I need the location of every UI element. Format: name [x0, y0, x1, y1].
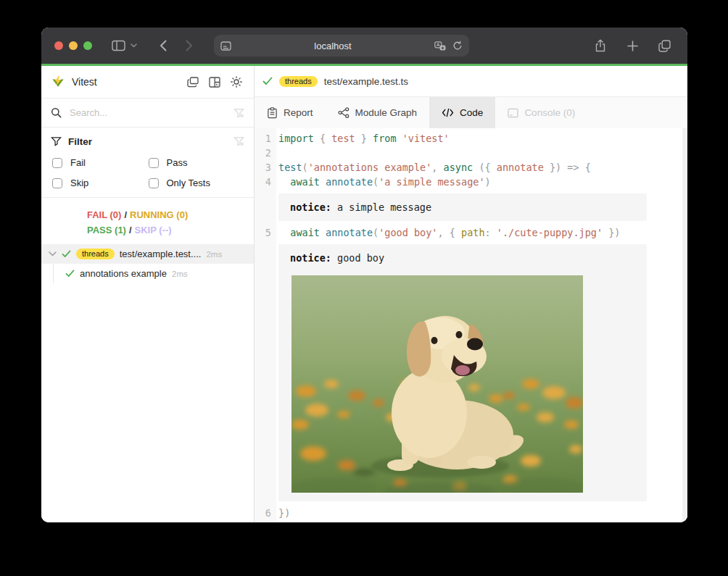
main-panel: threads test/example.test.ts ReportModul… — [255, 66, 687, 522]
code-text: import { test } from 'vitest' — [276, 131, 450, 146]
app-title: Vitest — [72, 76, 97, 88]
theme-toggle-sun-icon[interactable] — [228, 74, 244, 90]
count-fail: FAIL (0) — [87, 209, 121, 220]
minimize-window-button[interactable] — [69, 41, 78, 50]
code-line: 2 — [255, 146, 687, 160]
traffic-lights — [54, 41, 92, 50]
code-text: test('annotations example', async ({ ann… — [276, 160, 591, 175]
check-icon — [262, 77, 273, 85]
sidebar-toggle-icon[interactable] — [108, 36, 128, 55]
chevron-down-icon[interactable] — [128, 36, 138, 55]
filter-label-pass: Pass — [167, 157, 188, 168]
tab-report[interactable]: Report — [255, 97, 326, 128]
annotation-notice: notice: a simple message — [278, 193, 647, 221]
tab-label: Console (0) — [524, 107, 575, 118]
close-window-button[interactable] — [54, 41, 63, 50]
count-pass: PASS (1) — [87, 225, 126, 235]
search-input[interactable] — [68, 107, 227, 119]
test-name: test/example.test.... — [120, 249, 202, 259]
code-text: await annotate('good boy', { path: './cu… — [276, 225, 621, 240]
reload-icon[interactable] — [452, 41, 463, 51]
count-separator: / — [121, 209, 130, 220]
annotation-message: good boy — [331, 252, 384, 264]
test-tree: threadstest/example.test....2msannotatio… — [41, 244, 254, 522]
file-name: test/example.test.ts — [324, 76, 408, 87]
count-separator: / — [126, 225, 135, 235]
collapse-windows-icon[interactable] — [185, 74, 201, 90]
code-line: 1import { test } from 'vitest' — [255, 131, 687, 146]
line-number: 7 — [255, 520, 276, 522]
url-text: localhost — [231, 41, 434, 51]
filter-label-skip: Skip — [70, 178, 88, 188]
tab-label: Code — [460, 107, 483, 118]
filter-checkbox-only-tests[interactable] — [149, 178, 159, 188]
browser-titlebar: localhost — [41, 28, 687, 64]
pool-badge: threads — [279, 76, 318, 87]
filter-option-pass[interactable]: Pass — [149, 156, 245, 169]
code-line: 7 — [255, 520, 687, 522]
forward-button[interactable] — [179, 36, 199, 55]
line-number: 4 — [255, 175, 276, 189]
console-icon — [508, 108, 518, 118]
tab-overview-icon[interactable] — [654, 36, 674, 55]
tree-guide-line — [53, 264, 54, 283]
dashboard-icon[interactable] — [207, 74, 223, 90]
clear-filters-icon[interactable] — [233, 136, 244, 146]
filter-label-fail: Fail — [70, 157, 86, 168]
pool-badge: threads — [76, 249, 115, 259]
translate-icon[interactable] — [434, 41, 446, 51]
code-icon — [442, 108, 454, 117]
vitest-logo-icon — [51, 75, 65, 89]
browser-window: localhost — [41, 28, 687, 522]
tab-module-graph[interactable]: Module Graph — [326, 97, 430, 128]
test-pass-check-icon — [62, 250, 71, 258]
annotation-notice: notice: good boy — [278, 244, 647, 501]
sidebar: Vitest — [41, 66, 255, 522]
new-tab-icon[interactable] — [622, 36, 642, 55]
tab-label: Module Graph — [355, 107, 418, 118]
code-text — [276, 146, 278, 160]
filter-checkbox-fail[interactable] — [52, 158, 62, 168]
test-duration: 2ms — [172, 270, 188, 278]
code-text: }) — [276, 506, 290, 520]
test-file-row[interactable]: threadstest/example.test....2ms — [41, 244, 254, 264]
line-number: 1 — [255, 131, 276, 146]
filter-option-skip[interactable]: Skip — [52, 177, 149, 189]
website-settings-icon[interactable] — [220, 41, 231, 51]
test-pass-check-icon — [65, 270, 75, 277]
line-number: 3 — [255, 160, 276, 175]
filter-option-fail[interactable]: Fail — [52, 156, 149, 169]
clear-search-filter-icon[interactable] — [233, 108, 244, 118]
filter-checkbox-pass[interactable] — [149, 158, 159, 168]
annotation-message: a simple message — [331, 201, 431, 213]
back-button[interactable] — [153, 36, 173, 55]
scrollbar[interactable] — [682, 128, 687, 522]
share-icon[interactable] — [590, 36, 611, 55]
cute-puppy-image — [291, 275, 583, 493]
report-icon — [267, 107, 278, 119]
zoom-window-button[interactable] — [83, 41, 92, 50]
tab-console-0[interactable]: Console (0) — [495, 97, 587, 128]
line-number: 5 — [255, 225, 276, 240]
tab-code[interactable]: Code — [429, 97, 495, 128]
line-number: 2 — [255, 146, 276, 160]
address-bar[interactable]: localhost — [214, 35, 469, 57]
code-line: 6}) — [255, 506, 687, 520]
filter-checkbox-skip[interactable] — [52, 178, 62, 188]
filter-label-only-tests: Only Tests — [167, 178, 210, 188]
count-skip: SKIP (--) — [135, 225, 172, 235]
tab-label: Report — [284, 107, 313, 118]
test-name: annotations example — [80, 268, 167, 279]
code-text — [276, 520, 278, 522]
module-graph-icon — [338, 107, 349, 118]
filter-option-only-tests[interactable]: Only Tests — [149, 177, 245, 189]
tab-bar: ReportModule GraphCodeConsole (0) — [255, 97, 687, 128]
filter-title: Filter — [68, 136, 92, 147]
search-icon — [51, 107, 62, 118]
count-line: PASS (1)/SKIP (--) — [87, 222, 254, 238]
test-case-row[interactable]: annotations example2ms — [41, 264, 254, 283]
file-header: threads test/example.test.ts — [255, 66, 687, 97]
code-text: await annotate('a simple message') — [276, 175, 491, 189]
line-number: 6 — [255, 506, 276, 520]
expand-chevron-icon — [49, 251, 57, 256]
